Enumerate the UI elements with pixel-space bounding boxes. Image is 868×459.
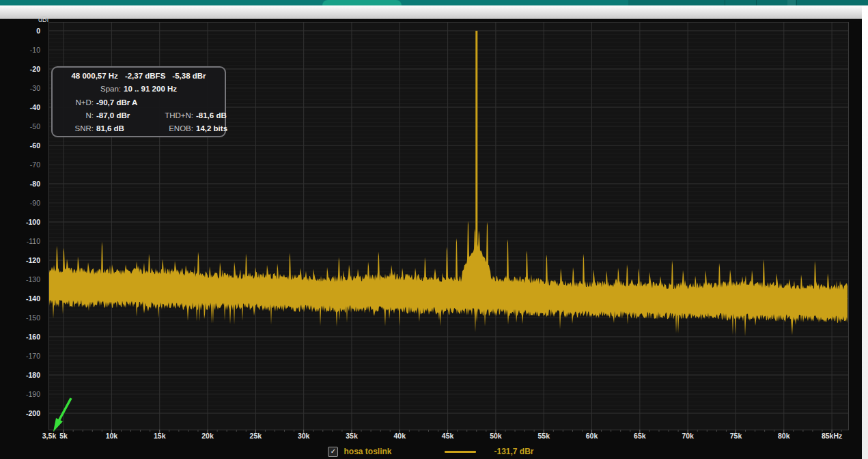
- y-tick-label: -140: [0, 294, 44, 303]
- x-tick-label: 30k: [282, 432, 326, 440]
- x-tick-label: 60k: [570, 432, 614, 440]
- x-tick-label: 5k: [42, 432, 85, 440]
- measurement-row-nd: N+D: -90,7 dBr A: [59, 98, 219, 107]
- annotation-arrow: [53, 398, 71, 432]
- app-window: dBr 0-10-20-30-40-50-60-70-80-90-100-110…: [0, 0, 868, 459]
- y-tick-label: -180: [0, 370, 44, 380]
- measurement-row-main: 48 000,57 Hz -2,37 dBFS -5,38 dBr: [59, 72, 219, 80]
- titlebar-separator: [796, 0, 797, 5]
- x-tick-label: 15k: [138, 432, 182, 440]
- titlebar-button[interactable]: [787, 0, 796, 5]
- nd-label: N+D:: [59, 98, 96, 107]
- measurement-row-n-thdn: N: -87,0 dBr THD+N: -81,6 dB: [59, 111, 219, 120]
- x-tick-label: 45k: [426, 432, 470, 440]
- x-tick-label: 40k: [378, 432, 421, 440]
- right-panel-strip[interactable]: [862, 5, 868, 459]
- x-tick-label: 70k: [666, 432, 710, 440]
- snr-label: SNR:: [59, 124, 96, 133]
- enob-value: 14,2 bits: [196, 124, 227, 133]
- y-tick-label: -130: [0, 275, 44, 284]
- y-tick-label: -80: [0, 179, 44, 189]
- y-tick-label: -100: [0, 217, 44, 227]
- measurement-row-span: Span: 10 .. 91 200 Hz: [59, 85, 219, 93]
- y-tick-label: -30: [0, 83, 44, 93]
- x-tick-label: 65k: [618, 432, 662, 440]
- carrier-peak: [475, 31, 477, 256]
- x-tick-label: 75k: [714, 432, 757, 440]
- snr-value: 81,6 dB: [96, 124, 156, 133]
- level-dbr: -5,38 dBr: [172, 72, 206, 80]
- titlebar: [0, 0, 868, 5]
- x-tick-label: 10k: [89, 432, 133, 440]
- y-tick-label: -110: [0, 236, 44, 246]
- y-tick-label: -200: [0, 408, 44, 418]
- legend: ✓ hosa toslink -131,7 dBr: [0, 445, 862, 458]
- y-axis-unit-label: dBr: [38, 15, 49, 23]
- titlebar-separator: [756, 0, 757, 5]
- y-tick-label: -120: [0, 255, 44, 265]
- y-tick-label: -70: [0, 160, 44, 169]
- y-tick-label: -150: [0, 313, 44, 322]
- titlebar-separator: [725, 0, 725, 5]
- measurement-panel: 48 000,57 Hz -2,37 dBFS -5,38 dBr Span: …: [51, 66, 226, 137]
- thdn-value: -81,6 dB: [196, 111, 227, 120]
- titlebar-toolbar: [628, 0, 868, 5]
- measurement-row-snr-enob: SNR: 81,6 dB ENOB: 14,2 bits: [59, 124, 219, 133]
- x-tick-label: 50k: [474, 432, 518, 440]
- y-tick-label: -60: [0, 141, 44, 150]
- cursor-frequency: 48 000,57 Hz: [71, 72, 117, 80]
- y-tick-label: -40: [0, 102, 44, 112]
- n-value: -87,0 dBr: [96, 111, 156, 120]
- x-tick-label: 20k: [186, 432, 229, 440]
- n-label: N:: [59, 111, 96, 120]
- legend-line-sample: [445, 451, 476, 453]
- checkmark-icon: ✓: [331, 448, 336, 455]
- spectrum-trace: [49, 221, 848, 337]
- x-tick-label: 55k: [522, 432, 565, 440]
- menu-strip: [0, 5, 868, 19]
- y-tick-label: -160: [0, 332, 44, 342]
- legend-trace-value: -131,7 dBr: [494, 447, 533, 456]
- y-tick-label: -10: [0, 45, 44, 55]
- y-tick-label: -20: [0, 64, 44, 74]
- y-tick-label: -50: [0, 122, 44, 131]
- thdn-label: THD+N:: [156, 111, 196, 120]
- y-tick-label: -90: [0, 198, 44, 208]
- enob-label: ENOB:: [156, 124, 196, 133]
- y-tick-label: -190: [0, 389, 44, 399]
- y-tick-label: -170: [0, 351, 44, 361]
- legend-trace-label[interactable]: hosa toslink: [344, 447, 391, 456]
- x-tick-label: 85kHz: [810, 432, 854, 440]
- legend-checkbox[interactable]: ✓: [328, 447, 338, 457]
- y-tick-label: 0: [0, 26, 44, 36]
- span-label: Span:: [100, 85, 121, 93]
- x-tick-label: 25k: [234, 432, 277, 440]
- x-tick-label: 80k: [762, 432, 806, 440]
- level-dbfs: -2,37 dBFS: [125, 72, 165, 80]
- nd-value: -90,7 dBr A: [96, 98, 137, 107]
- titlebar-tab[interactable]: [322, 0, 402, 5]
- x-tick-label: 35k: [330, 432, 374, 440]
- span-value: 10 .. 91 200 Hz: [124, 85, 177, 93]
